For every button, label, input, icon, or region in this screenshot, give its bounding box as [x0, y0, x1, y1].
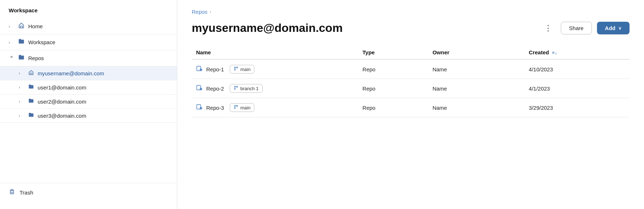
branch-badge[interactable]: branch 1 — [230, 84, 263, 93]
sidebar-item-user1-label: user1@domain.com — [38, 84, 86, 91]
cell-type: Repo — [358, 59, 428, 79]
svg-point-17 — [234, 108, 236, 109]
table-row: Repo-2 branch 1 — [192, 79, 630, 98]
cell-owner: Name — [428, 79, 524, 98]
repo-icon — [196, 84, 203, 93]
workspace-title: Workspace — [0, 7, 177, 18]
chevron-down-icon: ∨ — [9, 55, 14, 61]
cell-name: Repo-3 main — [192, 98, 358, 117]
more-options-button[interactable]: ⋮ — [541, 23, 556, 34]
cell-type: Repo — [358, 98, 428, 117]
chevron-right-icon: › — [19, 99, 25, 104]
folder-icon — [18, 38, 25, 46]
add-label: Add — [605, 25, 615, 31]
sort-icon: ≡↓ — [552, 50, 557, 55]
folder-icon — [28, 98, 34, 105]
trash-label: Trash — [20, 189, 33, 196]
sidebar-item-home-label: Home — [28, 23, 168, 29]
trash-icon — [9, 188, 15, 197]
cell-name: Repo-2 branch 1 — [192, 79, 358, 98]
table-row: Repo-1 main — [192, 59, 630, 79]
sidebar-item-user2-label: user2@domain.com — [38, 99, 86, 105]
header-actions: ⋮ Share Add ∨ — [541, 22, 630, 34]
add-button[interactable]: Add ∨ — [597, 22, 630, 34]
folder-icon — [28, 84, 34, 91]
svg-point-15 — [234, 105, 236, 106]
chevron-right-icon: › — [19, 113, 25, 118]
branch-name: main — [240, 67, 250, 72]
svg-rect-0 — [10, 190, 14, 194]
sidebar-item-user1[interactable]: › user1@domain.com — [0, 80, 177, 95]
col-header-name: Name — [192, 46, 358, 59]
cell-name: Repo-1 main — [192, 59, 358, 79]
col-header-created[interactable]: Created ≡↓ — [525, 46, 630, 59]
sidebar-item-trash[interactable]: Trash — [0, 183, 177, 202]
sidebar-item-user2[interactable]: › user2@domain.com — [0, 95, 177, 109]
repo-icon — [196, 104, 203, 112]
table-header-row: Name Type Owner Created ≡↓ — [192, 46, 630, 59]
main-content: Repos › myusername@domain.com ⋮ Share Ad… — [177, 0, 644, 209]
sidebar-item-myuser-label: myusername@domain.com — [38, 70, 104, 76]
folder-icon — [28, 112, 34, 119]
branch-badge[interactable]: main — [230, 65, 254, 74]
branch-icon — [234, 66, 238, 72]
cell-owner: Name — [428, 98, 524, 117]
breadcrumb-repos-link[interactable]: Repos — [192, 9, 207, 15]
folder-icon — [18, 54, 25, 62]
col-header-owner: Owner — [428, 46, 524, 59]
page-title: myusername@domain.com — [192, 21, 343, 35]
svg-point-5 — [234, 67, 236, 68]
sidebar-item-myuser[interactable]: › myusername@domain.com — [0, 66, 177, 80]
branch-name: branch 1 — [240, 86, 259, 91]
table-row: Repo-3 main — [192, 98, 630, 117]
svg-point-7 — [234, 69, 236, 70]
chevron-right-icon: › — [9, 40, 14, 45]
repo-name[interactable]: Repo-3 — [206, 105, 224, 111]
cell-created: 3/29/2023 — [525, 98, 630, 117]
chevron-right-icon: › — [9, 24, 14, 29]
repos-table: Name Type Owner Created ≡↓ — [192, 46, 630, 117]
svg-point-12 — [234, 88, 236, 89]
cell-type: Repo — [358, 79, 428, 98]
sidebar-item-user3-label: user3@domain.com — [38, 113, 86, 119]
repo-name[interactable]: Repo-2 — [206, 85, 224, 92]
branch-name: main — [240, 105, 250, 110]
add-dropdown-icon: ∨ — [618, 26, 622, 31]
home-icon — [18, 22, 25, 30]
sidebar-item-repos[interactable]: ∨ Repos — [0, 50, 177, 66]
sidebar-item-repos-label: Repos — [28, 55, 168, 61]
branch-icon — [234, 105, 238, 110]
cell-owner: Name — [428, 59, 524, 79]
col-header-type: Type — [358, 46, 428, 59]
chevron-right-icon: › — [19, 71, 25, 75]
sidebar-item-user3[interactable]: › user3@domain.com — [0, 109, 177, 123]
svg-point-10 — [234, 86, 236, 87]
chevron-right-icon: › — [19, 85, 25, 89]
cell-created: 4/10/2023 — [525, 59, 630, 79]
sidebar-item-workspace[interactable]: › Workspace — [0, 34, 177, 50]
page-header: myusername@domain.com ⋮ Share Add ∨ — [192, 21, 630, 35]
branch-badge[interactable]: main — [230, 103, 254, 112]
cell-created: 4/1/2023 — [525, 79, 630, 98]
breadcrumb-separator: › — [209, 9, 211, 14]
branch-icon — [234, 85, 238, 91]
share-button[interactable]: Share — [561, 22, 592, 34]
breadcrumb: Repos › — [192, 9, 630, 15]
repo-name[interactable]: Repo-1 — [206, 66, 224, 72]
sidebar-item-home[interactable]: › Home — [0, 18, 177, 34]
sidebar: Workspace › Home › Workspace ∨ Repos — [0, 0, 177, 209]
home-icon — [28, 70, 34, 77]
sidebar-item-workspace-label: Workspace — [28, 39, 168, 45]
repo-icon — [196, 65, 203, 74]
